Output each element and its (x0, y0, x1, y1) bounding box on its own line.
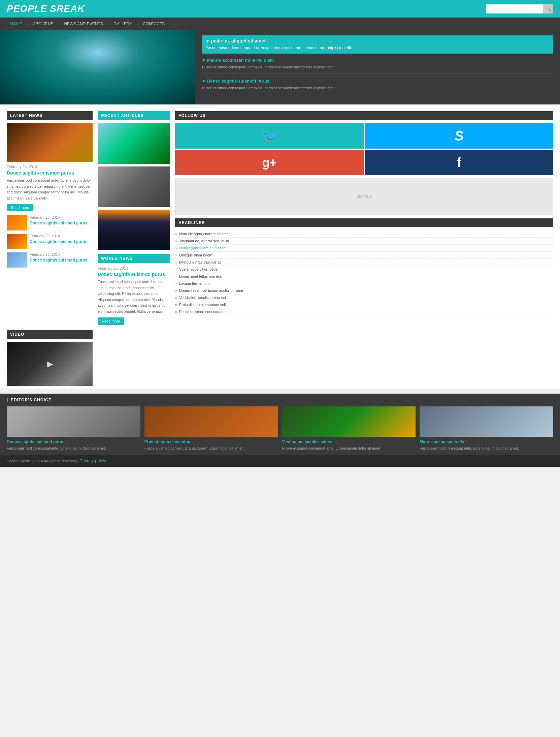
hero-item-1-title: ●Mauris accumsan nulla vel diam (202, 57, 553, 63)
hero-item-2-text: Fusce euismod consequat Lorem ipsum dolo… (202, 85, 553, 91)
hero-item-2-title: ●Donec sagittis euismod purus (202, 78, 553, 84)
headline-item-1[interactable]: Nam elit agna,endrerit sit amet (175, 231, 553, 238)
featured-text: Fusce euismod consequat Lorem ipsum dolo… (205, 45, 550, 51)
dot-icon-2: ● (202, 78, 205, 84)
small-news-date-1: February 26, 2014 (30, 215, 93, 219)
world-news-excerpt: Fusce euismod consequat ante. Lorem ipsu… (98, 279, 170, 315)
article-city-img (98, 210, 170, 250)
nav-dot-1: ● (26, 23, 30, 25)
small-news-info-2: February 26, 2014 Donec sagittis euismod… (30, 234, 93, 244)
video-thumbnail[interactable]: ▶ (7, 342, 93, 386)
main-news-title[interactable]: Donec sagittis euismod purus (7, 170, 93, 176)
editor-title-4[interactable]: Mauris accumsan nulla (420, 439, 553, 444)
headline-item-4[interactable]: Quisque diam lorem (175, 252, 553, 259)
editor-img-3 (282, 406, 416, 437)
main-news-image-inner (7, 123, 93, 162)
headline-item-9[interactable]: Donec in velit vel ipsum auctor pulvinar (175, 287, 553, 294)
video-header: VIDEO (7, 330, 93, 339)
editor-text-2: Fusce euismod consequat ante. Lorem ipsu… (144, 446, 278, 451)
article-wind-img (98, 123, 170, 164)
hero-image-inner (0, 30, 195, 104)
hero-image (0, 30, 195, 104)
small-news-title-2[interactable]: Donec sagittis euismod purus (30, 239, 93, 244)
editor-item-1: Donec sagittis euismod purus Fusce euism… (7, 406, 140, 451)
small-news-title-3[interactable]: Donec sagittis euismod purus (30, 258, 93, 263)
video-play-area[interactable]: ▶ (7, 342, 93, 386)
editor-title-3[interactable]: Vestibulum iaculis lacinia (282, 439, 416, 444)
hero-section: In pede mi, aliquet sit amet Fusce euism… (0, 30, 560, 104)
headline-item-7[interactable]: Donec eget tellus non erat (175, 273, 553, 280)
headline-item-5[interactable]: Interdum vitae,dapibus ac (175, 259, 553, 266)
nav-dot-2: ● (57, 23, 61, 25)
editor-text-1: Fusce euismod consequat ante. Lorem ipsu… (7, 446, 140, 451)
facebook-button[interactable]: f (365, 150, 554, 175)
small-news-img-2 (7, 234, 27, 249)
editor-item-2: Proin dictum elementum Fusce euismod con… (144, 406, 278, 451)
headline-item-11[interactable]: Proin dictum elementum velit (175, 301, 553, 308)
small-news-date-2: February 26, 2014 (30, 234, 93, 238)
editors-choice-header: EDITOR'S CHOICE (7, 398, 553, 402)
small-news-list: February 26, 2014 Donec sagittis euismod… (7, 215, 93, 268)
nav-about[interactable]: ABOUT US (30, 18, 57, 30)
nav-dot-4: ● (136, 23, 140, 25)
search-button[interactable]: 🔍 (543, 4, 553, 13)
main-news-date: February 26, 2014 (7, 165, 93, 169)
small-news-title-1[interactable]: Donec sagittis euismod purus (30, 221, 93, 225)
right-column: FOLLOW US 🐦 S g+ f 364*269 HEADLINES N (175, 111, 553, 325)
recent-articles-header: RECENT ARTICLES (98, 111, 170, 120)
editor-text-4: Fusce euismod consequat ante. Lorem ipsu… (420, 446, 553, 451)
small-news-info-3: February 26, 2014 Donec sagittis euismod… (30, 252, 93, 263)
hero-item-1: ●Mauris accumsan nulla vel diam Fusce eu… (202, 57, 553, 74)
small-news-info-1: February 26, 2014 Donec sagittis euismod… (30, 215, 93, 225)
main-news-read-more[interactable]: Read more (7, 204, 33, 211)
main-content: LATEST NEWS February 26, 2014 Donec sagi… (0, 104, 560, 389)
twitter-button[interactable]: 🐦 (175, 123, 364, 149)
nav-home[interactable]: HOME (7, 18, 26, 30)
latest-news-header: LATEST NEWS (7, 111, 93, 120)
editors-choice-section: EDITOR'S CHOICE Donec sagittis euismod p… (0, 394, 560, 455)
editor-title-2[interactable]: Proin dictum elementum (144, 439, 278, 444)
headlines-list: Nam elit agna,endrerit sit amet Tincidun… (175, 231, 553, 315)
world-news-date: February 26, 2014 (98, 266, 170, 270)
small-news-img-1 (7, 215, 27, 231)
latest-news-column: LATEST NEWS February 26, 2014 Donec sagi… (7, 111, 93, 325)
hero-item-1-text: Fusce euismod consequat Lorem ipsum dolo… (202, 64, 553, 70)
play-icon: ▶ (47, 359, 53, 369)
headline-item-12[interactable]: Fusce euismod consequat ante (175, 308, 553, 315)
editor-item-4: Mauris accumsan nulla Fusce euismod cons… (420, 406, 553, 451)
spacer-mid (98, 330, 170, 389)
search-input[interactable] (486, 4, 543, 13)
headline-item-2[interactable]: Tincidunt ac, viverra sed. nulla (175, 238, 553, 245)
video-row: VIDEO ▶ (7, 330, 553, 389)
footer: People Speak © 2014 All Rights Reserved … (0, 455, 560, 467)
nav-news[interactable]: NEWS AND EVENTS (61, 18, 106, 30)
small-news-item-1: February 26, 2014 Donec sagittis euismod… (7, 215, 93, 231)
editor-text-3: Fusce euismod consequat ante. Lorem ipsu… (282, 446, 416, 451)
editor-title-1[interactable]: Donec sagittis euismod purus (7, 439, 140, 444)
social-grid: 🐦 S g+ f (175, 123, 553, 175)
google-plus-icon: g+ (262, 156, 276, 170)
privacy-policy-link[interactable]: Privacy policy (79, 458, 106, 463)
dot-icon: ● (202, 57, 205, 63)
headline-item-10[interactable]: Vestibulum iaculis lacinia est (175, 294, 553, 301)
spacer-right (175, 330, 553, 389)
google-plus-button[interactable]: g+ (175, 150, 364, 175)
world-news-read-more[interactable]: Read more (98, 317, 124, 325)
navigation: HOME ● ABOUT US ● NEWS AND EVENTS ● GALL… (0, 18, 560, 30)
world-news-header: WORLD NEWS (98, 254, 170, 263)
world-news-title[interactable]: Donec sagittis euismod purus (98, 272, 170, 277)
headline-item-8[interactable]: Lacinia fermentum (175, 280, 553, 287)
skype-icon: S (455, 128, 464, 144)
editor-img-2 (144, 406, 278, 437)
follow-us-header: FOLLOW US (175, 111, 553, 120)
headline-item-3[interactable]: Donec porta diam eu massa (175, 245, 553, 252)
article-fashion-img (98, 166, 170, 207)
skype-button[interactable]: S (365, 123, 554, 149)
site-logo: PEOPLE SREAK (7, 3, 85, 14)
small-news-date-3: February 26, 2014 (30, 252, 93, 256)
nav-contacts[interactable]: CONTACTS (139, 18, 168, 30)
nav-gallery[interactable]: GALLERY (110, 18, 135, 30)
headline-item-6[interactable]: Scelerisque vitae, pede (175, 266, 553, 273)
editors-grid: Donec sagittis euismod purus Fusce euism… (7, 406, 553, 451)
middle-column: RECENT ARTICLES WORLD NEWS February 26, … (98, 111, 170, 325)
